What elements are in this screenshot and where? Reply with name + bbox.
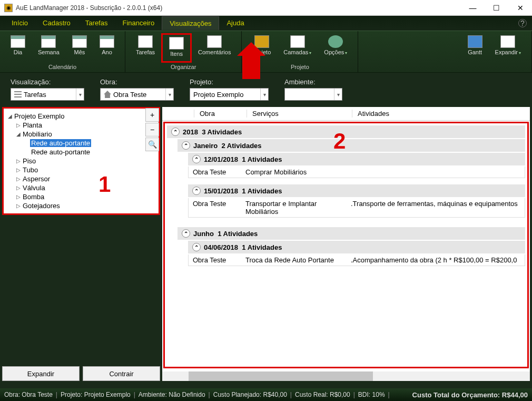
help-icon[interactable]: ? (518, 19, 527, 27)
activity-row[interactable]: Obra TesteTroca da Rede Auto Portante.Ac… (188, 255, 525, 266)
activity-row[interactable]: Obra TesteTransportar e Implantar Mobili… (188, 198, 525, 218)
cell-obra: Obra Teste (193, 168, 245, 176)
col-obra[interactable]: Obra (194, 110, 247, 118)
year-label: 2018 (183, 128, 198, 136)
collapse-icon[interactable]: ⌃ (182, 229, 190, 238)
projeto-dropdown[interactable]: Projeto Exemplo ▾ (190, 88, 269, 101)
menu-cadastro[interactable]: Cadastro (35, 16, 78, 30)
ribbon-ano-button[interactable]: Ano (93, 33, 121, 63)
sb-projeto-label: Projeto: (61, 391, 82, 398)
menu-tarefas[interactable]: Tarefas (78, 16, 115, 30)
sb-creal: R$0,00 (330, 391, 350, 398)
expand-icon[interactable]: ▷ (15, 194, 22, 200)
ribbon-gantt-button[interactable]: Gantt (461, 33, 489, 69)
ribbon-semana-button[interactable]: Semana (32, 33, 66, 63)
ribbon-label: Expandir▾ (495, 49, 521, 55)
col-atividades[interactable]: Atividades (352, 110, 530, 118)
menu-ajuda[interactable]: Ajuda (219, 16, 251, 30)
collapse-icon[interactable]: ◢ (15, 131, 22, 137)
menu-visualizações[interactable]: Visualizações (162, 16, 219, 30)
itens-icon (169, 37, 184, 50)
contrair-button[interactable]: Contrair (83, 366, 160, 381)
tree-item[interactable]: ◢Mobiliario (7, 130, 155, 139)
right-panel: Obra Serviços Atividades 2 ⌃ 2018 3 Ativ… (162, 107, 530, 381)
expand-icon[interactable]: ▷ (15, 176, 22, 182)
expand-icon[interactable]: ▷ (15, 167, 22, 173)
tree-root[interactable]: ◢ Projeto Exemplo (7, 112, 155, 121)
collapse-icon[interactable]: ⌃ (171, 128, 180, 136)
ano-icon (100, 35, 114, 48)
menu-início[interactable]: Início (4, 16, 35, 30)
collapse-icon[interactable]: ◢ (7, 113, 13, 119)
tree-item[interactable]: ▷Válvula (7, 183, 155, 192)
obra-dropdown[interactable]: Obra Teste ▾ (100, 88, 174, 101)
cell-atividade: .Transporte de ferramentas, máquinas e e… (351, 200, 520, 216)
tree-item[interactable]: ▷Aspersor (7, 174, 155, 183)
tree-item[interactable]: Rede auto-portante (7, 148, 155, 157)
tree-item[interactable]: ▷Piso (7, 157, 155, 165)
collapse-icon[interactable]: ⌃ (192, 243, 201, 251)
ambiente-dropdown[interactable]: ▾ (284, 88, 342, 101)
sb-total: R$44,00 (502, 391, 528, 399)
tree-item-label: Rede auto-portante (30, 148, 91, 156)
tree-add-button[interactable]: + (145, 108, 159, 122)
ambiente-label: Ambiente: (284, 78, 342, 86)
month-row[interactable]: ⌃Junho 1 Atividades (178, 227, 525, 240)
collapse-icon[interactable]: ⌃ (182, 141, 190, 150)
horizontal-scrollbar[interactable] (162, 371, 530, 381)
day-row[interactable]: ⌃04/06/2018 1 Atividades (188, 241, 525, 253)
cell-servico: Troca da Rede Auto Portante (245, 256, 351, 264)
ribbon-camadas-button[interactable]: Camadas▾ (277, 33, 318, 63)
menu-financeiro[interactable]: Financeiro (115, 16, 162, 30)
home-icon (104, 91, 111, 98)
close-button[interactable]: ✕ (508, 0, 532, 16)
tree-item[interactable]: ▷Planta (7, 121, 155, 130)
tree-remove-button[interactable]: − (145, 123, 159, 136)
day-row[interactable]: ⌃12/01/2018 1 Atividades (188, 153, 525, 165)
month-row[interactable]: ⌃Janeiro 2 Atividades (178, 139, 525, 152)
collapse-icon[interactable]: ⌃ (192, 187, 201, 195)
tree-view[interactable]: ◢ Projeto Exemplo ▷Planta◢Mobiliario Red… (2, 107, 160, 215)
tree-item[interactable]: ▷Tubo (7, 165, 155, 174)
ribbon-label: Itens (170, 51, 183, 57)
ribbon-expandir-button[interactable]: Expandir▾ (489, 33, 527, 69)
cell-servico: Comprar Mobiliários (245, 168, 351, 176)
tree-item[interactable]: ▷Gotejadores (7, 201, 155, 210)
tree-root-label: Projeto Exemplo (13, 112, 65, 120)
ribbon-mes-button[interactable]: Mês (66, 33, 93, 63)
chevron-down-icon: ▾ (334, 89, 340, 100)
tarefas-icon (138, 35, 153, 48)
chevron-down-icon: ▾ (76, 89, 82, 100)
status-bar: Obra: Obra Teste | Projeto: Projeto Exem… (0, 388, 532, 401)
chevron-down-icon: ▾ (309, 51, 311, 55)
maximize-button[interactable]: ☐ (485, 0, 508, 16)
projeto-label: Projeto: (190, 78, 269, 86)
grid-body: 2 ⌃ 2018 3 Atividades ⌃Janeiro 2 Ativida… (163, 122, 529, 368)
collapse-icon[interactable]: ⌃ (192, 155, 201, 163)
projeto-value: Projeto Exemplo (193, 91, 243, 99)
sb-projeto: Projeto Exemplo (84, 391, 131, 398)
year-row[interactable]: ⌃ 2018 3 Atividades (167, 125, 525, 138)
ribbon-label: Ano (102, 49, 112, 55)
ribbon-label: Camadas▾ (283, 49, 311, 55)
ribbon-dia-button[interactable]: Dia (4, 33, 32, 63)
minimize-button[interactable]: — (461, 0, 485, 16)
expand-icon[interactable]: ▷ (15, 158, 22, 164)
activity-row[interactable]: Obra TesteComprar Mobiliários (188, 167, 525, 178)
tree-search-button[interactable]: 🔍 (145, 138, 159, 151)
visualizacao-dropdown[interactable]: Tarefas ▾ (11, 88, 84, 101)
ribbon-itens-button[interactable]: Itens (161, 33, 192, 63)
ribbon-comentarios-button[interactable]: Comentários (192, 33, 237, 63)
expand-icon[interactable]: ▷ (15, 185, 22, 191)
ribbon-opcoes-button[interactable]: Opções▾ (318, 33, 353, 63)
expand-icon[interactable]: ▷ (15, 203, 22, 209)
expandir-button[interactable]: Expandir (2, 366, 80, 381)
col-servicos[interactable]: Serviços (247, 110, 352, 118)
annotation-arrow (237, 42, 265, 79)
day-row[interactable]: ⌃15/01/2018 1 Atividades (188, 184, 525, 197)
tree-item[interactable]: ▷Bomba (7, 192, 155, 201)
sb-obra: Obra Teste (22, 391, 52, 398)
ribbon-tarefas-button[interactable]: Tarefas (130, 33, 161, 63)
tree-item[interactable]: Rede auto-portante (7, 139, 155, 148)
expand-icon[interactable]: ▷ (15, 122, 22, 128)
